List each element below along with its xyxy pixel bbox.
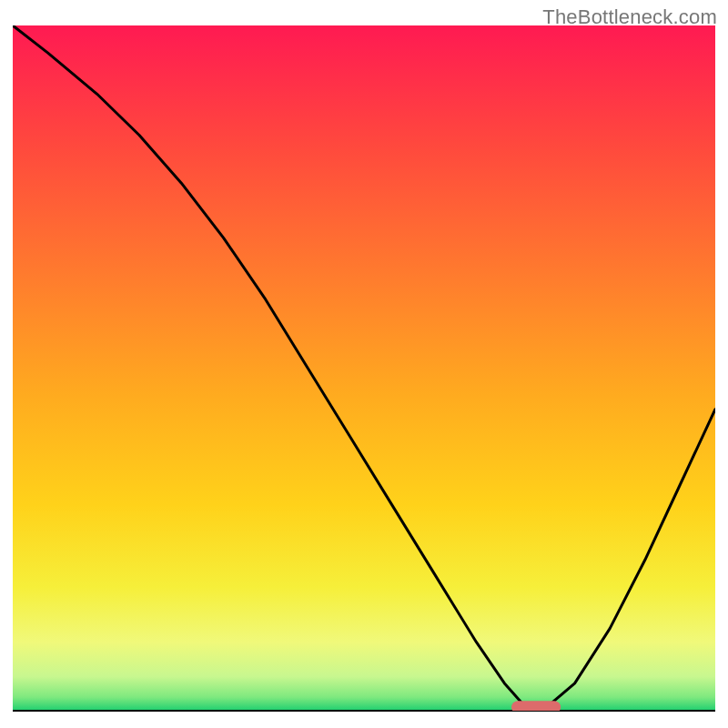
chart-plot-area bbox=[13, 25, 715, 715]
watermark-text: TheBottleneck.com bbox=[542, 5, 717, 29]
chart-stage: TheBottleneck.com bbox=[0, 0, 728, 728]
optimal-zone-marker bbox=[511, 701, 561, 713]
chart-background-gradient bbox=[13, 25, 715, 711]
chart-svg bbox=[13, 25, 715, 715]
